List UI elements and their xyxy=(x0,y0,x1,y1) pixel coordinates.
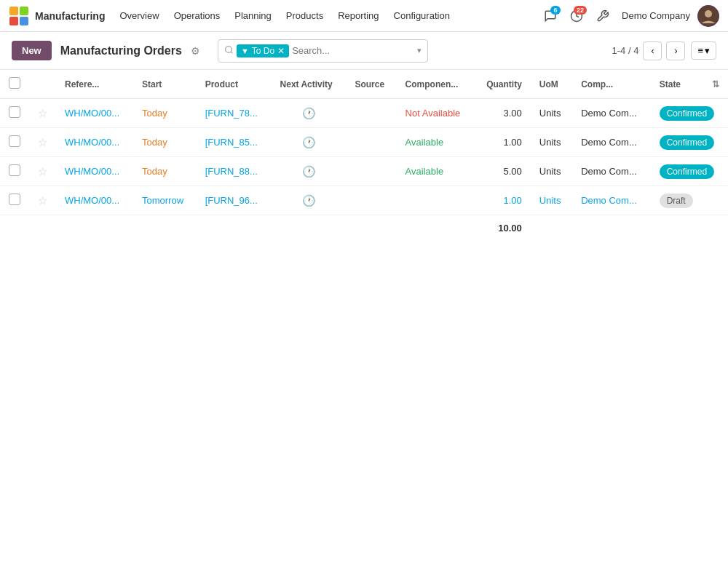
row-checkbox-cell[interactable] xyxy=(0,99,29,128)
col-product[interactable]: Product xyxy=(197,70,272,99)
row-reference[interactable]: WH/MO/00... xyxy=(56,157,133,186)
row-activity[interactable]: 🕐 xyxy=(272,157,347,186)
total-spacer-1 xyxy=(0,215,56,242)
favorite-icon[interactable]: ☆ xyxy=(38,107,47,119)
row-star-cell[interactable]: ☆ xyxy=(29,99,56,128)
start-date: Today xyxy=(142,166,167,177)
messages-button[interactable]: 6 xyxy=(539,4,562,28)
row-checkbox[interactable] xyxy=(9,135,20,147)
row-reference[interactable]: WH/MO/00... xyxy=(56,99,133,128)
row-start: Today xyxy=(133,99,197,128)
prev-page-button[interactable]: ‹ xyxy=(643,41,662,60)
nav-products[interactable]: Products xyxy=(280,7,329,24)
nav-reporting[interactable]: Reporting xyxy=(332,7,384,24)
search-input[interactable] xyxy=(292,45,414,56)
col-state-label: State xyxy=(660,79,681,89)
col-company[interactable]: Comp... xyxy=(572,70,651,99)
nav-operations[interactable]: Operations xyxy=(168,7,226,24)
reference-link[interactable]: WH/MO/00... xyxy=(65,137,119,148)
total-spacer-3 xyxy=(346,215,396,242)
col-source[interactable]: Source xyxy=(346,70,396,99)
product-link[interactable]: [FURN_85... xyxy=(205,137,258,148)
activity-clock-icon[interactable]: 🕐 xyxy=(302,165,316,178)
next-page-button[interactable]: › xyxy=(666,41,685,60)
total-quantity: 10.00 xyxy=(474,215,531,242)
row-reference[interactable]: WH/MO/00... xyxy=(56,128,133,157)
row-activity[interactable]: 🕐 xyxy=(272,128,347,157)
col-components[interactable]: Componen... xyxy=(397,70,475,99)
col-reference-label: Refere... xyxy=(65,79,99,89)
row-components: Available xyxy=(397,157,475,186)
col-state[interactable]: State ⇅ xyxy=(651,70,728,99)
activity-clock-icon[interactable]: 🕐 xyxy=(302,136,316,148)
search-icon xyxy=(224,45,234,57)
col-product-label: Product xyxy=(205,79,238,89)
col-quantity[interactable]: Quantity xyxy=(474,70,531,99)
row-product[interactable]: [FURN_78... xyxy=(197,99,272,128)
activity-button[interactable]: 22 xyxy=(565,4,588,28)
favorite-icon[interactable]: ☆ xyxy=(38,165,47,178)
product-link[interactable]: [FURN_78... xyxy=(205,108,258,119)
product-link[interactable]: [FURN_96... xyxy=(205,195,258,206)
components-status: Available xyxy=(405,137,444,148)
quantity-value: 1.00 xyxy=(504,195,522,206)
row-star-cell[interactable]: ☆ xyxy=(29,186,56,215)
filter-remove-button[interactable]: ✕ xyxy=(277,46,285,56)
activity-clock-icon[interactable]: 🕐 xyxy=(302,194,316,207)
app-logo[interactable] xyxy=(9,6,29,26)
reference-link[interactable]: WH/MO/00... xyxy=(65,108,119,119)
product-link[interactable]: [FURN_88... xyxy=(205,166,258,177)
filter-label: To Do xyxy=(252,46,274,56)
favorite-icon[interactable]: ☆ xyxy=(38,136,47,148)
row-checkbox-cell[interactable] xyxy=(0,157,29,186)
col-next-activity[interactable]: Next Activity xyxy=(272,70,347,99)
row-state: Confirmed xyxy=(651,128,728,157)
view-toggle-button[interactable]: ≡ ▾ xyxy=(691,41,716,60)
activity-clock-icon[interactable]: 🕐 xyxy=(302,107,316,119)
company-name[interactable]: Demo Company xyxy=(622,10,690,21)
reference-link[interactable]: WH/MO/00... xyxy=(65,166,119,177)
favorite-icon[interactable]: ☆ xyxy=(38,194,47,207)
row-activity[interactable]: 🕐 xyxy=(272,99,347,128)
row-product[interactable]: [FURN_88... xyxy=(197,157,272,186)
uom-value: Units xyxy=(539,137,561,148)
search-dropdown-button[interactable]: ▾ xyxy=(417,46,422,55)
row-reference[interactable]: WH/MO/00... xyxy=(56,186,133,215)
reference-link[interactable]: WH/MO/00... xyxy=(65,195,119,206)
row-star-cell[interactable]: ☆ xyxy=(29,157,56,186)
new-button[interactable]: New xyxy=(12,41,52,60)
nav-configuration[interactable]: Configuration xyxy=(388,7,456,24)
select-all-header[interactable] xyxy=(0,70,29,99)
select-all-checkbox[interactable] xyxy=(9,77,20,89)
row-star-cell[interactable]: ☆ xyxy=(29,128,56,157)
row-company: Demo Com... xyxy=(572,186,651,215)
nav-planning[interactable]: Planning xyxy=(229,7,277,24)
row-checkbox[interactable] xyxy=(9,194,20,205)
nav-overview[interactable]: Overview xyxy=(114,7,165,24)
svg-rect-3 xyxy=(20,17,28,25)
col-reference[interactable]: Refere... xyxy=(56,70,133,99)
table-row: ☆ WH/MO/00... Tomorrow [FURN_96... 🕐 1.0… xyxy=(0,186,728,215)
settings-button[interactable] xyxy=(591,4,614,28)
row-checkbox[interactable] xyxy=(9,106,20,118)
row-checkbox[interactable] xyxy=(9,164,20,176)
total-spacer-2 xyxy=(56,215,346,242)
row-components: Not Available xyxy=(397,99,475,128)
row-checkbox-cell[interactable] xyxy=(0,128,29,157)
company-value: Demo Com... xyxy=(581,108,637,119)
settings-icon[interactable]: ⚙ xyxy=(191,45,200,57)
row-checkbox-cell[interactable] xyxy=(0,186,29,215)
row-company: Demo Com... xyxy=(572,157,651,186)
row-product[interactable]: [FURN_85... xyxy=(197,128,272,157)
row-start: Today xyxy=(133,128,197,157)
row-product[interactable]: [FURN_96... xyxy=(197,186,272,215)
svg-rect-1 xyxy=(20,7,28,15)
col-start[interactable]: Start xyxy=(133,70,197,99)
row-activity[interactable]: 🕐 xyxy=(272,186,347,215)
col-start-label: Start xyxy=(142,79,162,89)
col-state-sort-icon[interactable]: ⇅ xyxy=(712,79,719,89)
state-badge-draft: Draft xyxy=(660,194,693,208)
col-uom[interactable]: UoM xyxy=(531,70,572,99)
app-name: Manufacturing xyxy=(35,10,105,22)
user-avatar[interactable] xyxy=(697,5,719,27)
